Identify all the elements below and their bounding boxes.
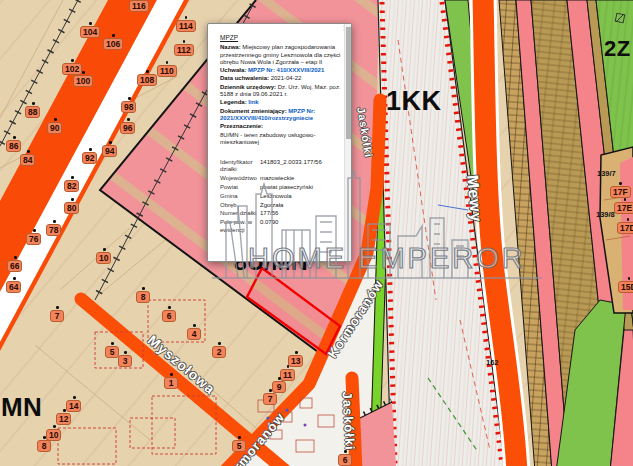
address-chip: 80 <box>64 202 79 214</box>
address-chip: 11 <box>280 369 295 381</box>
zone-label: 2Z <box>604 36 631 62</box>
table-row: Województwo mazowieckie <box>220 175 342 182</box>
parcel-number-label: 139/7 <box>597 170 616 178</box>
parcel-info-popup: ✕ MPZP Nazwa: Miejscowy plan zagospodaro… <box>207 23 352 262</box>
popup-field: Dziennik urzędowy: Dz. Urz. Woj. Maz. po… <box>220 84 342 99</box>
parcel-attributes-table: Identyfikator działki 141803_2.0033.177/… <box>220 159 342 234</box>
popup-fields: Nazwa: Miejscowy plan zagospodarowania p… <box>220 44 342 146</box>
address-chip: 90 <box>47 122 62 134</box>
address-chip: 6 <box>338 454 352 466</box>
address-chip: 96 <box>120 122 135 134</box>
address-chip: 108 <box>137 74 157 86</box>
address-chip: 86 <box>6 140 21 152</box>
address-chip: 106 <box>103 38 123 50</box>
zone-label: 7MN <box>0 392 42 423</box>
popup-field: Data uchwalenia: 2021-04-22 <box>220 75 342 82</box>
address-chip: 64 <box>6 281 21 293</box>
address-chip: 82 <box>64 180 79 192</box>
address-chip: 102 <box>62 63 82 75</box>
address-chip: 104 <box>80 26 100 38</box>
address-chip: 92 <box>82 152 97 164</box>
popup-field: 8U/MN - teren zabudowy usługowo- mieszka… <box>220 132 342 147</box>
address-chip: 2 <box>212 346 226 358</box>
address-chip: 8 <box>136 291 150 303</box>
address-chip: 76 <box>26 233 41 245</box>
address-chip: 1 <box>164 377 178 389</box>
address-chip: 10 <box>96 252 111 264</box>
table-row: Numer działki 177/56 <box>220 210 342 217</box>
address-chip: 116 <box>129 0 149 12</box>
mpzp-link[interactable]: MPZP <box>220 34 238 41</box>
table-row: Identyfikator działki 141803_2.0033.177/… <box>220 159 342 174</box>
popup-scrollbar[interactable] <box>344 24 351 261</box>
popup-field: Przeznaczenie: <box>220 123 342 130</box>
scrollbar-thumb[interactable] <box>346 27 351 139</box>
address-chip: 7 <box>50 310 64 322</box>
address-chip: 17F <box>610 186 631 198</box>
address-chip: 110 <box>157 65 177 77</box>
address-chip: 78 <box>46 224 61 236</box>
address-chip: 7 <box>263 393 277 405</box>
table-row: Gmina Lesznowola <box>220 193 342 200</box>
popup-field: Legenda: link <box>220 99 342 106</box>
address-chip: 6 <box>162 310 176 322</box>
popup-field: Dokument zmieniający: MPZP Nr: 2021/XXXV… <box>220 108 342 123</box>
address-chip: 14 <box>66 400 81 412</box>
address-chip: 8 <box>37 440 51 452</box>
address-chip: 88 <box>25 106 40 118</box>
address-chip: 17E <box>614 202 633 214</box>
popup-field: Nazwa: Miejscowy plan zagospodarowania p… <box>220 44 342 66</box>
address-chip: 15D <box>618 281 633 293</box>
address-chip: 112 <box>174 44 194 56</box>
address-chip: 3 <box>118 355 132 367</box>
address-chip: 66 <box>7 260 22 272</box>
parcel-number-label: 139/8 <box>596 211 615 219</box>
address-chip: 84 <box>20 154 35 166</box>
address-chip: 100 <box>73 75 93 87</box>
street-label: Jaskółki <box>340 391 358 451</box>
table-row: Powiat powiat piaseczyński <box>220 184 342 191</box>
map-canvas[interactable]: 1KK8U/MN7MN2Z MyszołowaKormoranówKormora… <box>0 0 633 466</box>
popup-field: Uchwała: MPZP Nr: 410/XXXVIII/2021 <box>220 67 342 74</box>
address-chip: 17D <box>617 222 633 234</box>
address-chip: 98 <box>121 101 136 113</box>
address-chip: 12 <box>56 413 71 425</box>
address-chip: 4 <box>187 328 201 340</box>
zone-label: 1KK <box>386 86 442 117</box>
address-chip: 94 <box>102 145 117 157</box>
table-row: Pole pow. w ewidencji 0.0790 <box>220 219 342 234</box>
table-row: Obręb Zgorzała <box>220 202 342 209</box>
address-chip: 9 <box>272 381 286 393</box>
address-chip: 114 <box>176 20 196 32</box>
parcel-number-label: 162 <box>486 359 499 367</box>
address-chip: 5 <box>105 346 119 358</box>
address-chip: 13 <box>288 355 303 367</box>
